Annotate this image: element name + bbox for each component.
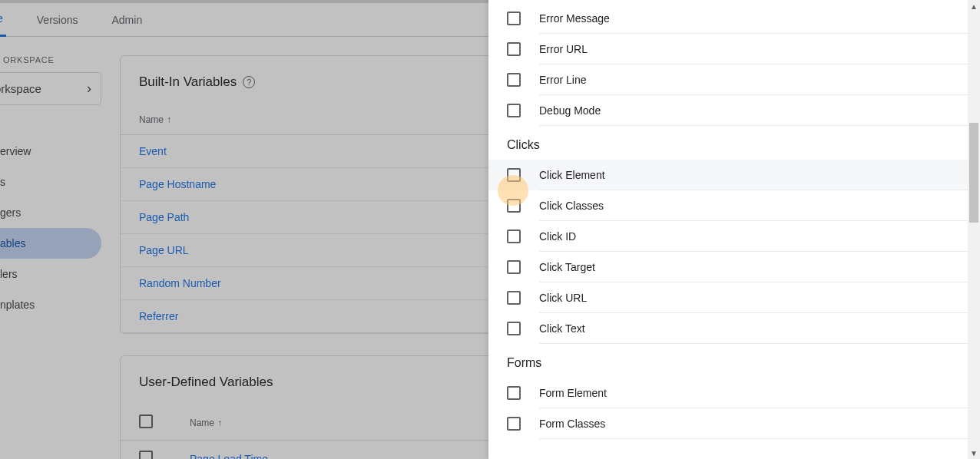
- checkbox[interactable]: [507, 42, 521, 56]
- var-label: Click Classes: [539, 190, 968, 221]
- var-form-element[interactable]: Form Element: [488, 378, 968, 408]
- var-label: Error Line: [539, 64, 968, 95]
- checkbox[interactable]: [507, 291, 521, 305]
- panel-scrollbar[interactable]: ▲ ▼: [968, 0, 980, 459]
- configure-builtin-variables-panel: Error Message Error URL Error Line Debug…: [488, 0, 968, 459]
- var-label: Error URL: [539, 34, 968, 64]
- checkbox[interactable]: [507, 322, 521, 335]
- panel-section-forms: Form Element Form Classes: [488, 378, 968, 439]
- scroll-thumb[interactable]: [969, 123, 978, 223]
- var-label: Error Message: [539, 3, 968, 34]
- var-click-text[interactable]: Click Text: [488, 313, 968, 344]
- var-label: Debug Mode: [539, 95, 968, 126]
- var-label: Click ID: [539, 221, 968, 252]
- panel-section-errors: Error Message Error URL Error Line Debug…: [488, 3, 968, 126]
- checkbox[interactable]: [507, 73, 521, 87]
- var-error-message[interactable]: Error Message: [488, 3, 968, 34]
- checkbox[interactable]: [507, 417, 521, 431]
- var-form-classes[interactable]: Form Classes: [488, 408, 968, 439]
- var-click-url[interactable]: Click URL: [488, 282, 968, 313]
- var-error-line[interactable]: Error Line: [488, 64, 968, 95]
- var-label: Form Classes: [539, 408, 968, 439]
- section-title-clicks: Clicks: [488, 126, 968, 160]
- var-click-element[interactable]: Click Element: [488, 160, 968, 190]
- var-debug-mode[interactable]: Debug Mode: [488, 95, 968, 126]
- checkbox[interactable]: [507, 260, 521, 274]
- var-click-classes[interactable]: Click Classes: [488, 190, 968, 221]
- var-click-id[interactable]: Click ID: [488, 221, 968, 252]
- var-label: Click Text: [539, 313, 968, 344]
- var-label: Form Element: [539, 378, 968, 408]
- scroll-down-button[interactable]: ▼: [968, 447, 980, 459]
- var-label: Click Target: [539, 252, 968, 282]
- checkbox[interactable]: [507, 104, 521, 117]
- checkbox[interactable]: [507, 12, 521, 25]
- var-error-url[interactable]: Error URL: [488, 34, 968, 64]
- var-click-target[interactable]: Click Target: [488, 252, 968, 282]
- panel-section-clicks: Click Element Click Classes Click ID Cli…: [488, 160, 968, 344]
- var-label: Click URL: [539, 282, 968, 313]
- var-label: Click Element: [539, 160, 968, 190]
- checkbox[interactable]: [507, 199, 521, 213]
- scroll-up-button[interactable]: ▲: [968, 0, 980, 12]
- section-title-forms: Forms: [488, 344, 968, 378]
- checkbox[interactable]: [507, 168, 521, 182]
- checkbox[interactable]: [507, 230, 521, 243]
- checkbox[interactable]: [507, 386, 521, 400]
